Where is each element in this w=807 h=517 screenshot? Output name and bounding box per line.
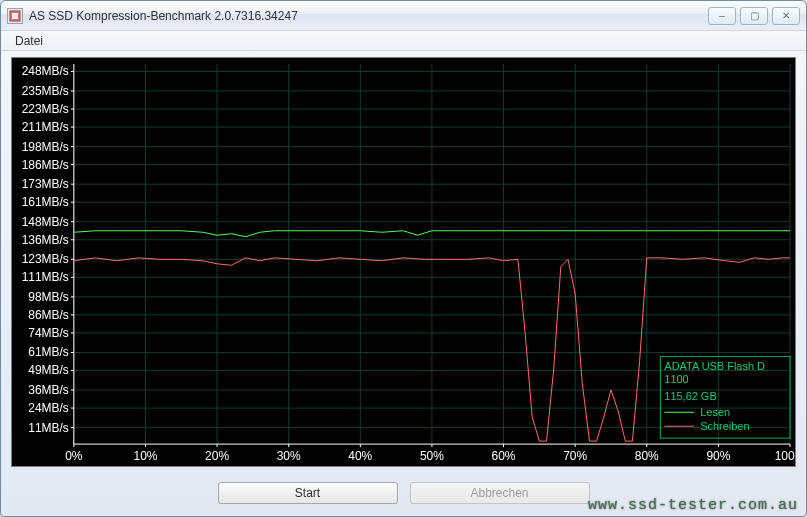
- svg-text:11MB/s: 11MB/s: [28, 421, 69, 435]
- svg-text:248MB/s: 248MB/s: [22, 64, 69, 78]
- svg-text:148MB/s: 148MB/s: [22, 215, 69, 229]
- start-button[interactable]: Start: [218, 482, 398, 504]
- cancel-button-label: Abbrechen: [470, 486, 528, 500]
- svg-text:Lesen: Lesen: [700, 406, 730, 418]
- svg-text:ADATA USB Flash D: ADATA USB Flash D: [664, 360, 765, 372]
- svg-text:161MB/s: 161MB/s: [22, 195, 69, 209]
- svg-text:90%: 90%: [706, 449, 730, 463]
- close-button[interactable]: ✕: [772, 7, 800, 25]
- svg-text:20%: 20%: [205, 449, 229, 463]
- chart-area: 11MB/s24MB/s36MB/s49MB/s61MB/s74MB/s86MB…: [11, 57, 796, 467]
- minimize-icon: –: [719, 10, 725, 21]
- svg-text:86MB/s: 86MB/s: [28, 308, 69, 322]
- titlebar: AS SSD Kompression-Benchmark 2.0.7316.34…: [1, 1, 806, 31]
- svg-text:80%: 80%: [635, 449, 659, 463]
- svg-text:98MB/s: 98MB/s: [28, 290, 69, 304]
- svg-text:70%: 70%: [563, 449, 587, 463]
- svg-text:115,62 GB: 115,62 GB: [664, 390, 716, 402]
- svg-text:49MB/s: 49MB/s: [28, 363, 69, 377]
- window-buttons: – ▢ ✕: [708, 7, 800, 25]
- svg-text:136MB/s: 136MB/s: [22, 233, 69, 247]
- svg-text:211MB/s: 211MB/s: [22, 120, 69, 134]
- cancel-button: Abbrechen: [410, 482, 590, 504]
- svg-text:10%: 10%: [133, 449, 157, 463]
- svg-text:186MB/s: 186MB/s: [22, 158, 69, 172]
- menu-file[interactable]: Datei: [11, 32, 47, 50]
- svg-text:173MB/s: 173MB/s: [22, 177, 69, 191]
- svg-rect-1: [12, 13, 18, 19]
- svg-text:100%: 100%: [775, 449, 795, 463]
- maximize-button[interactable]: ▢: [740, 7, 768, 25]
- app-icon: [7, 8, 23, 24]
- maximize-icon: ▢: [750, 10, 759, 21]
- svg-text:24MB/s: 24MB/s: [28, 401, 69, 415]
- svg-text:Schreiben: Schreiben: [700, 420, 749, 432]
- close-icon: ✕: [782, 10, 790, 21]
- svg-text:235MB/s: 235MB/s: [22, 84, 69, 98]
- watermark: www.ssd-tester.com.au: [588, 497, 798, 514]
- svg-text:60%: 60%: [492, 449, 516, 463]
- svg-text:50%: 50%: [420, 449, 444, 463]
- svg-text:36MB/s: 36MB/s: [28, 383, 69, 397]
- svg-text:1100: 1100: [664, 373, 688, 385]
- svg-text:40%: 40%: [348, 449, 372, 463]
- svg-text:123MB/s: 123MB/s: [22, 252, 69, 266]
- svg-text:111MB/s: 111MB/s: [22, 270, 69, 284]
- svg-text:223MB/s: 223MB/s: [22, 102, 69, 116]
- app-window: AS SSD Kompression-Benchmark 2.0.7316.34…: [0, 0, 807, 517]
- svg-text:74MB/s: 74MB/s: [28, 326, 69, 340]
- start-button-label: Start: [295, 486, 320, 500]
- menubar: Datei: [1, 31, 806, 51]
- window-title: AS SSD Kompression-Benchmark 2.0.7316.34…: [29, 9, 708, 23]
- svg-text:0%: 0%: [65, 449, 83, 463]
- svg-text:198MB/s: 198MB/s: [22, 140, 69, 154]
- chart-svg: 11MB/s24MB/s36MB/s49MB/s61MB/s74MB/s86MB…: [12, 58, 795, 466]
- minimize-button[interactable]: –: [708, 7, 736, 25]
- svg-text:61MB/s: 61MB/s: [28, 345, 69, 359]
- svg-text:30%: 30%: [277, 449, 301, 463]
